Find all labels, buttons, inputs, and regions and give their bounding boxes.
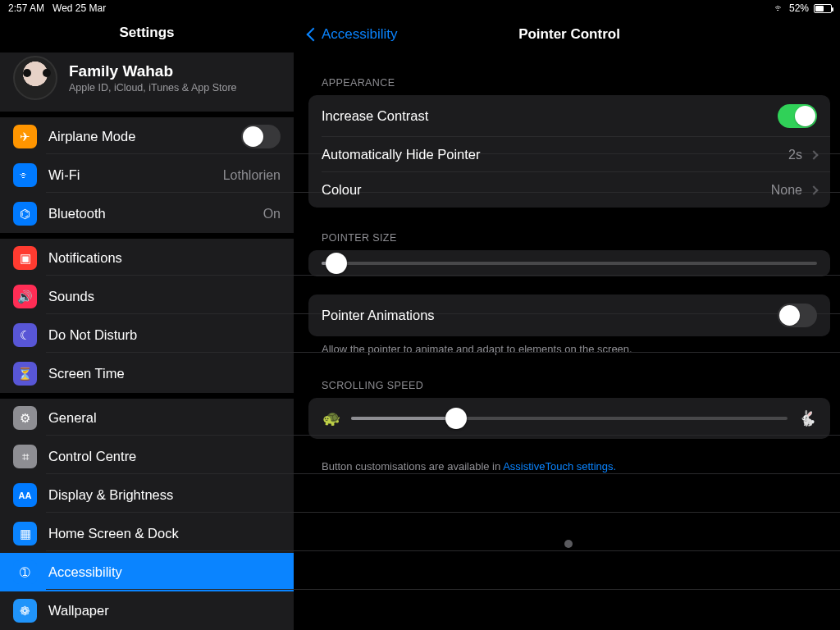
sidebar-item-label: Wi-Fi (48, 167, 80, 183)
wifi-value: Lothlorien (223, 168, 281, 183)
gear-icon: ⚙ (13, 406, 37, 430)
bluetooth-icon: ⌬ (13, 202, 37, 226)
scrolling-speed-slider[interactable] (351, 417, 788, 420)
row-label: Pointer Animations (322, 308, 435, 323)
airplane-icon: ✈ (13, 125, 37, 148)
pointer-animations-toggle[interactable] (778, 304, 817, 327)
sidebar-item-general[interactable]: ⚙ General (0, 399, 294, 437)
pointer-size-slider[interactable] (322, 262, 817, 265)
airplane-toggle[interactable] (241, 125, 281, 148)
sidebar-item-label: Control Centre (48, 449, 136, 464)
detail-pane: Accessibility Pointer Control APPEARANCE… (294, 16, 840, 630)
row-label: Colour (322, 182, 362, 198)
sidebar-item-label: Accessibility (48, 564, 122, 580)
scrolling-header: SCROLLING SPEED (308, 355, 830, 398)
wallpaper-icon: ❁ (13, 599, 37, 623)
sidebar-item-label: Do Not Disturb (48, 327, 137, 343)
account-name: Family Wahab (69, 62, 237, 80)
status-time: 2:57 AM (8, 2, 44, 14)
rabbit-icon: 🐇 (797, 409, 817, 427)
sidebar-item-bluetooth[interactable]: ⌬ Bluetooth On (0, 194, 294, 233)
pointer-animations-row[interactable]: Pointer Animations (308, 294, 830, 336)
sidebar-item-screentime[interactable]: ⏳ Screen Time (0, 354, 294, 393)
chevron-right-icon (809, 185, 818, 194)
notifications-icon: ▣ (13, 246, 37, 270)
sidebar-title: Settings (0, 16, 294, 52)
sidebar-item-accessibility[interactable]: ➀ Accessibility (0, 553, 294, 591)
sidebar-item-control-centre[interactable]: ⌗ Control Centre (0, 437, 294, 476)
accessibility-icon: ➀ (13, 560, 37, 584)
battery-percent: 52% (789, 2, 809, 14)
colour-row[interactable]: Colour None (308, 172, 830, 208)
assistivetouch-link[interactable]: AssistiveTouch settings. (503, 460, 616, 472)
increase-contrast-toggle[interactable] (778, 104, 817, 128)
grid-icon: ▦ (13, 522, 37, 546)
bluetooth-value: On (263, 207, 281, 221)
status-bar: 2:57 AM Wed 25 Mar ᯤ 52% (0, 0, 840, 16)
sidebar-item-label: Notifications (48, 250, 122, 266)
sidebar-item-display[interactable]: AA Display & Brightness (0, 476, 294, 514)
pointer-size-header: POINTER SIZE (308, 208, 830, 250)
sidebar-item-dnd[interactable]: ☾ Do Not Disturb (0, 316, 294, 354)
sidebar-item-sounds[interactable]: 🔊 Sounds (0, 277, 294, 316)
wifi-settings-icon: ᯤ (13, 163, 37, 187)
turtle-icon: 🐢 (322, 409, 341, 427)
row-label: Increase Contrast (322, 108, 428, 124)
sounds-icon: 🔊 (13, 285, 37, 308)
page-title: Pointer Control (308, 26, 830, 43)
chevron-right-icon (809, 150, 818, 159)
account-subtitle: Apple ID, iCloud, iTunes & App Store (69, 82, 237, 94)
sidebar-item-label: Display & Brightness (48, 487, 173, 503)
wifi-icon: ᯤ (774, 2, 784, 14)
settings-sidebar: Settings Family Wahab Apple ID, iCloud, … (0, 16, 294, 630)
avatar (13, 56, 57, 100)
sidebar-item-label: Sounds (48, 289, 94, 304)
sidebar-item-airplane[interactable]: ✈ Airplane Mode (0, 117, 294, 156)
sidebar-item-label: Bluetooth (48, 206, 106, 221)
auto-hide-row[interactable]: Automatically Hide Pointer 2s (308, 137, 830, 172)
sidebar-item-wifi[interactable]: ᯤ Wi-Fi Lothlorien (0, 156, 294, 194)
sidebar-item-label: General (48, 410, 97, 426)
page-indicator-dot (564, 540, 573, 548)
display-icon: AA (13, 483, 37, 507)
toggles-icon: ⌗ (13, 445, 37, 468)
sidebar-item-wallpaper[interactable]: ❁ Wallpaper (0, 591, 294, 630)
colour-value: None (771, 183, 802, 198)
row-label: Automatically Hide Pointer (322, 147, 481, 162)
apple-id-row[interactable]: Family Wahab Apple ID, iCloud, iTunes & … (0, 52, 294, 112)
increase-contrast-row[interactable]: Increase Contrast (308, 95, 830, 137)
sidebar-item-label: Wallpaper (48, 603, 109, 619)
appearance-header: APPEARANCE (308, 52, 830, 95)
sidebar-item-notifications[interactable]: ▣ Notifications (0, 239, 294, 277)
auto-hide-value: 2s (788, 148, 802, 162)
assistivetouch-note: Button customisations are available in A… (308, 439, 830, 472)
hourglass-icon: ⏳ (13, 362, 37, 386)
sidebar-item-label: Airplane Mode (48, 129, 135, 144)
moon-icon: ☾ (13, 323, 37, 347)
animations-note: Allow the pointer to animate and adapt t… (308, 336, 830, 355)
status-date: Wed 25 Mar (52, 2, 106, 14)
sidebar-item-label: Screen Time (48, 366, 125, 381)
sidebar-item-homescreen[interactable]: ▦ Home Screen & Dock (0, 514, 294, 553)
footnote-text: Button customisations are available in (322, 460, 503, 472)
battery-icon (814, 4, 832, 13)
sidebar-item-label: Home Screen & Dock (48, 526, 179, 541)
